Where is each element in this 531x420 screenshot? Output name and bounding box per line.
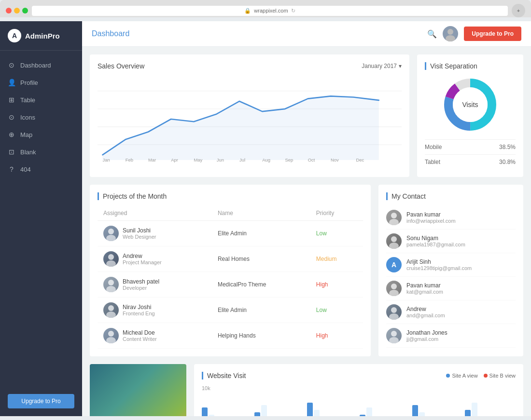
person-role: Frontend Eng: [123, 311, 155, 316]
table-row: Andrew Project Manager Real Homes Medium: [98, 246, 363, 272]
browser-urlbar[interactable]: 🔒 wrappixel.com ↻: [32, 6, 508, 16]
donut-chart: Visits: [441, 76, 499, 134]
bar-a-5: [412, 405, 418, 416]
contact-email: kat@gmail.com: [406, 289, 443, 295]
project-name-cell: MedicalPro Theme: [212, 272, 310, 298]
svg-point-25: [108, 229, 114, 234]
sidebar-nav: ⊙ Dashboard 👤 Profile ⊞ Table ⊙ Icons ⊕ …: [0, 51, 82, 386]
website-visit-card: Website Visit Site A view Site B view: [194, 364, 523, 416]
dot-red[interactable]: [6, 8, 12, 14]
sidebar-label-profile: Profile: [20, 79, 38, 86]
bottom-row: Projects of the Month Assigned Name Prio…: [90, 185, 523, 356]
projects-table: Assigned Name Priority Sunil Joshi Web D…: [98, 206, 363, 349]
sidebar-item-404[interactable]: ? 404: [0, 161, 82, 178]
svg-text:Aug: Aug: [262, 157, 270, 163]
svg-text:Feb: Feb: [126, 157, 133, 163]
sidebar-item-icons[interactable]: ⊙ Icons: [0, 108, 82, 126]
table-icon: ⊞: [8, 96, 15, 104]
svg-point-0: [447, 29, 453, 35]
sidebar-item-map[interactable]: ⊕ Map: [0, 126, 82, 143]
avatar: [443, 26, 458, 41]
sidebar: A AdminPro ⊙ Dashboard 👤 Profile ⊞ Table…: [0, 21, 82, 416]
person-name: Sunil Joshi: [123, 227, 156, 234]
contact-info: Sonu Nigam pamela1987@gmail.com: [406, 235, 465, 247]
bar-a-2: [254, 412, 260, 416]
assigned-cell: Andrew Project Manager: [98, 246, 212, 272]
person-name: Nirav Joshi: [123, 304, 155, 311]
person-role: Developer: [123, 285, 159, 291]
contact-info: Andrew and@gmail.com: [406, 306, 445, 318]
project-name-cell: Elite Admin: [212, 298, 310, 323]
svg-text:Jan: Jan: [103, 157, 110, 163]
sidebar-label-dashboard: Dashboard: [20, 62, 51, 69]
project-name-cell: Helping Hands: [212, 323, 310, 349]
contact-item: Jonathan Jones jj@gmail.com: [386, 324, 516, 348]
visit-separation-card: Visit Separation: [417, 54, 523, 177]
dot-green[interactable]: [22, 8, 28, 14]
bar-b-5: [419, 412, 425, 416]
bar-group-4: [360, 407, 410, 416]
sidebar-upgrade-button[interactable]: Upgrade to Pro: [8, 394, 74, 408]
contact-item: A Arijit Sinh cruise1298tipig@gmail.com: [386, 253, 516, 277]
y-axis-label: 10k: [202, 385, 516, 391]
date-filter-label: January 2017: [362, 63, 397, 69]
svg-text:May: May: [194, 157, 203, 163]
svg-text:Mar: Mar: [148, 157, 156, 163]
table-row: Nirav Joshi Frontend Eng Elite Admin Low: [98, 298, 363, 323]
svg-point-36: [389, 219, 399, 225]
bar-chart: [202, 393, 516, 416]
website-title: Website Visit: [202, 372, 246, 379]
content-area: Sales Overview January 2017 ▾: [82, 47, 531, 416]
contact-email: and@gmail.com: [406, 312, 445, 318]
table-row: Sunil Joshi Web Designer Elite Admin Low: [98, 221, 363, 246]
sidebar-item-profile[interactable]: 👤 Profile: [0, 74, 82, 91]
avatar: A: [386, 257, 402, 272]
logo-icon: A: [8, 29, 21, 42]
sidebar-label-icons: Icons: [20, 114, 35, 121]
contact-info: Arijit Sinh cruise1298tipig@gmail.com: [406, 258, 472, 271]
svg-point-38: [389, 243, 399, 249]
table-row: Bhavesh patel Developer MedicalPro Theme…: [98, 272, 363, 298]
contact-item: Pavan kumar info@wriappixel.com: [386, 206, 516, 230]
site-a-dot: [446, 374, 450, 378]
svg-point-43: [391, 331, 397, 337]
avatar: [103, 302, 119, 318]
date-filter[interactable]: January 2017 ▾: [362, 63, 402, 69]
contact-title: My Contact: [386, 192, 516, 200]
contact-name: Sonu Nigam: [406, 235, 465, 242]
main-content: Dashboard 🔍 Upgrade to Pro Sales Overvie…: [82, 21, 531, 416]
dot-yellow[interactable]: [14, 8, 20, 14]
bar-b-6: [472, 403, 477, 416]
sidebar-item-table[interactable]: ⊞ Table: [0, 91, 82, 108]
assigned-cell: Sunil Joshi Web Designer: [98, 221, 212, 246]
contact-name: Andrew: [406, 306, 445, 312]
svg-point-33: [108, 331, 114, 337]
priority-cell: Low: [310, 298, 363, 323]
upgrade-button[interactable]: Upgrade to Pro: [464, 27, 521, 41]
search-icon[interactable]: 🔍: [427, 29, 437, 39]
avatar: [386, 328, 402, 343]
svg-point-44: [389, 337, 399, 343]
mobile-label: Mobile: [425, 144, 442, 150]
bar-a-1: [202, 407, 208, 416]
sidebar-item-dashboard[interactable]: ⊙ Dashboard: [0, 56, 82, 74]
sidebar-label-map: Map: [20, 131, 32, 138]
browser-add-tab[interactable]: +: [512, 4, 525, 17]
visit-stats: Mobile 38.5% Tablet 30.8%: [425, 139, 516, 169]
svg-point-39: [391, 284, 397, 289]
map-icon: ⊕: [8, 131, 15, 138]
line-chart: Jan Feb Mar Apr May Jun Jul Aug Sep Oct …: [98, 76, 402, 163]
help-icon: ?: [8, 165, 15, 173]
legend-site-b: Site B view: [484, 373, 516, 379]
dashboard-icon: ⊙: [8, 61, 15, 69]
person-name: Bhavesh patel: [123, 278, 159, 285]
bar-b-3: [314, 410, 320, 416]
assigned-cell: Nirav Joshi Frontend Eng: [98, 298, 212, 323]
chart-header: Sales Overview January 2017 ▾: [98, 62, 402, 70]
site-b-label: Site B view: [489, 373, 516, 379]
contact-email: pamela1987@gmail.com: [406, 242, 465, 247]
col-name: Name: [212, 206, 310, 221]
visit-stat-tablet: Tablet 30.8%: [425, 154, 516, 169]
profile-icon: 👤: [8, 79, 15, 86]
sidebar-item-blank[interactable]: ⊡ Blank: [0, 143, 82, 161]
